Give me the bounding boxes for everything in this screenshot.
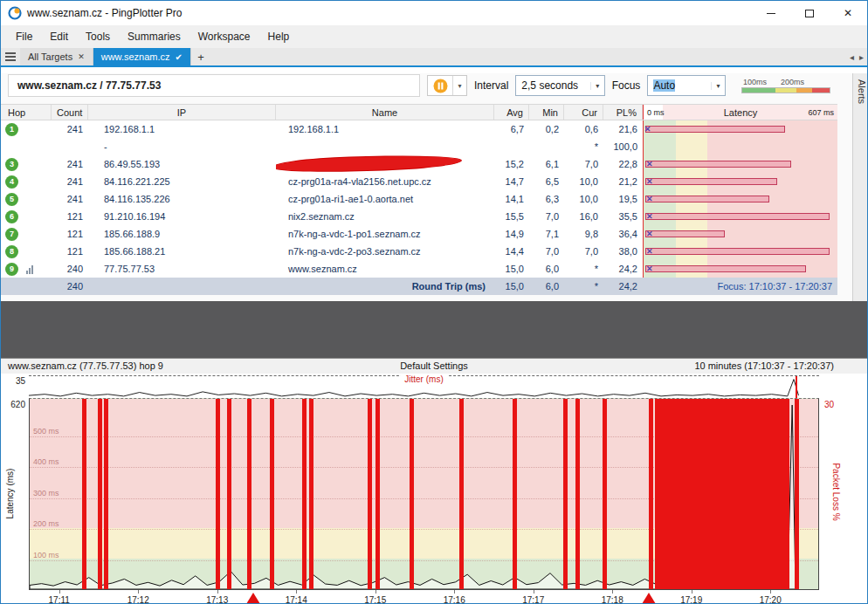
table-row[interactable]: 1 241 192.168.1.1 192.168.1.1 6,7 0,2 0,… — [1, 120, 837, 138]
jitter-label: Jitter (ms) — [400, 374, 447, 384]
latency-cell: ✕ — [643, 208, 837, 225]
latency-range-bar — [645, 161, 791, 168]
packet-loss-bar — [368, 399, 372, 589]
table-row[interactable]: - * 100,0 — [1, 138, 837, 155]
focus-select[interactable]: Auto ▾ — [647, 75, 726, 96]
table-row[interactable]: 9 240 77.75.77.53 www.seznam.cz 15,0 6,0… — [1, 260, 837, 278]
menu-edit[interactable]: Edit — [42, 27, 76, 46]
target-address-box[interactable]: www.seznam.cz / 77.75.77.53 — [8, 74, 420, 97]
menu-summaries[interactable]: Summaries — [120, 27, 189, 46]
name-cell: n7k-ng-a-vdc-2-po3.seznam.cz — [276, 243, 494, 260]
x-axis-strip: 17:1117:1217:1317:1417:1517:1617:1717:18… — [29, 590, 819, 604]
table-row[interactable]: 6 121 91.210.16.194 nix2.seznam.cz 15,5 … — [1, 208, 837, 225]
menu-tools[interactable]: Tools — [78, 27, 118, 46]
menu-workspace[interactable]: Workspace — [190, 27, 258, 46]
cur-cell: 16,0 — [564, 208, 603, 225]
workspace-menu-icon[interactable] — [1, 48, 20, 65]
header-ip[interactable]: IP — [88, 105, 276, 120]
hop-badge: 8 — [5, 245, 18, 258]
header-name[interactable]: Name — [276, 105, 494, 120]
packet-loss-bar — [410, 399, 414, 589]
hop-cell: 8 — [1, 243, 52, 260]
main-plot[interactable]: 500 ms400 ms300 ms200 ms100 ms — [29, 398, 819, 590]
x-axis-tick — [534, 590, 534, 594]
maximize-button[interactable] — [790, 1, 829, 25]
packet-loss-bar — [655, 399, 659, 589]
table-row[interactable]: 5 241 84.116.135.226 cz-prg01a-ri1-ae1-0… — [1, 190, 837, 208]
ip-cell: 192.168.1.1 — [88, 120, 276, 138]
tab-scroll-left-icon[interactable]: ◂ — [850, 52, 854, 62]
timeline-marker-triangle[interactable] — [642, 593, 656, 604]
x-axis-label: 17:13 — [206, 595, 228, 604]
x-axis-label: 17:14 — [286, 595, 307, 604]
interval-select[interactable]: 2,5 seconds ▾ — [515, 75, 604, 96]
header-pl[interactable]: PL% — [603, 105, 643, 120]
table-row[interactable]: 3 241 86.49.55.193 15,2 6,1 7,0 22,8 ✕ — [1, 155, 837, 173]
header-avg[interactable]: Avg — [494, 105, 529, 120]
trace-table: Hop Count IP Name Avg Min Cur PL% 0 ms L… — [1, 104, 837, 295]
pause-dropdown-icon[interactable]: ▾ — [452, 76, 466, 95]
round-trip-row[interactable]: 240 Round Trip (ms) 15,0 6,0 * 24,2 Focu… — [1, 278, 837, 295]
packet-loss-block — [659, 399, 789, 589]
table-row[interactable]: 4 241 84.116.221.225 cz-prg01a-ra4-vla21… — [1, 173, 837, 190]
cur-cell: * — [564, 260, 603, 278]
header-latency[interactable]: 0 ms Latency 607 ms — [643, 105, 837, 120]
ip-cell: 77.75.77.53 — [88, 260, 276, 278]
graph-timespan-label[interactable]: 10 minutes (17:10:37 - 17:20:37) — [694, 359, 834, 374]
menu-file[interactable]: File — [8, 27, 40, 46]
close-button[interactable]: ✕ — [829, 1, 867, 25]
tab-active-target[interactable]: www.seznam.cz ✔ — [93, 48, 191, 65]
menu-help[interactable]: Help — [260, 27, 298, 46]
header-cur[interactable]: Cur — [564, 105, 603, 120]
alerts-side-tab[interactable]: Alerts — [852, 73, 867, 301]
packet-loss-bar — [513, 399, 517, 589]
name-cell: cz-prg01a-ra4-vla2156.net.upc.cz — [276, 173, 494, 190]
legend-gradient-bar — [741, 87, 830, 93]
latency-cell — [643, 138, 837, 155]
x-axis-tick — [692, 590, 692, 594]
x-axis-label: 17:17 — [522, 595, 544, 604]
name-cell: n7k-ng-a-vdc-1-po1.seznam.cz — [276, 225, 494, 243]
summary-min: 6,0 — [529, 278, 564, 295]
x-axis-label: 17:18 — [602, 595, 623, 604]
header-min[interactable]: Min — [529, 105, 564, 120]
name-cell — [276, 138, 494, 155]
tab-scroll-right-icon[interactable]: ▸ — [859, 52, 864, 62]
pause-split-button[interactable]: ▾ — [427, 75, 467, 96]
table-row[interactable]: 8 121 185.66.188.21 n7k-ng-a-vdc-2-po3.s… — [1, 243, 837, 260]
close-tab-icon[interactable]: ✕ — [78, 52, 85, 61]
latency-cell: ✕ — [643, 225, 837, 243]
focus-label: Focus — [612, 79, 641, 92]
x-axis-label: 17:12 — [127, 595, 149, 604]
graph-body: 35 620 30 Latency (ms) Packet Loss % Jit… — [1, 374, 867, 604]
hop-badge: 5 — [5, 193, 18, 206]
graph-header: www.seznam.cz (77.75.77.53) hop 9 Defaul… — [1, 358, 867, 374]
timeline-marker-triangle[interactable] — [246, 593, 260, 604]
packet-loss-bar — [82, 399, 86, 589]
table-row[interactable]: 7 121 185.66.188.9 n7k-ng-a-vdc-1-po1.se… — [1, 225, 837, 243]
pause-icon[interactable] — [428, 76, 452, 95]
avg-cell — [494, 138, 529, 155]
latency-current-marker: ✕ — [646, 196, 653, 203]
count-cell: 241 — [52, 190, 88, 208]
new-tab-button[interactable]: + — [191, 48, 210, 65]
jitter-axis-max: 35 — [1, 376, 25, 386]
avg-cell: 14,7 — [494, 173, 529, 190]
min-cell: 6,1 — [529, 155, 564, 173]
hop-cell: 9 — [1, 260, 52, 278]
chevron-down-icon[interactable]: ▾ — [590, 82, 604, 90]
packet-loss-bar — [375, 399, 380, 589]
graph-settings-label[interactable]: Default Settings — [400, 359, 468, 374]
count-cell: 121 — [52, 208, 88, 225]
minimize-button[interactable] — [752, 1, 790, 25]
packet-loss-bar — [227, 399, 231, 589]
min-cell: 7,0 — [529, 243, 564, 260]
header-count[interactable]: Count — [52, 105, 88, 120]
header-hop[interactable]: Hop — [1, 105, 52, 120]
app-window: www.seznam.cz - PingPlotter Pro ✕ File E… — [0, 0, 868, 604]
chevron-down-icon[interactable]: ▾ — [711, 82, 725, 90]
trace-toolbar: www.seznam.cz / 77.75.77.53 ▾ Interval 2… — [8, 73, 830, 98]
pl-cell: 19,5 — [603, 190, 643, 208]
cur-cell: 10,0 — [564, 173, 603, 190]
tab-all-targets[interactable]: All Targets ✕ — [20, 48, 93, 65]
